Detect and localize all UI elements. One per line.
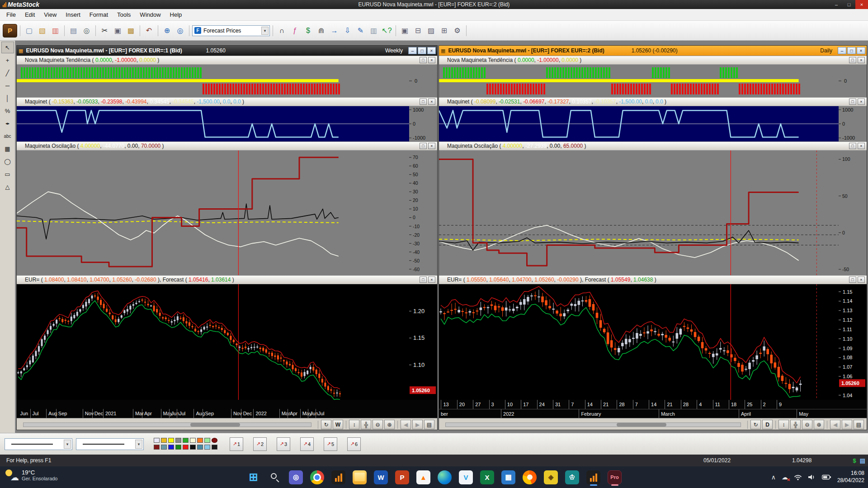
color-swatch[interactable] — [183, 445, 189, 450]
h-scrollbar[interactable] — [23, 422, 311, 427]
print-preview-icon[interactable]: ◎ — [80, 24, 93, 37]
color-swatch[interactable] — [168, 438, 174, 443]
wifi-icon[interactable] — [794, 474, 802, 480]
panel-restore-button[interactable]: □ — [420, 57, 427, 63]
ellipse-tool-icon[interactable]: ◯ — [1, 155, 14, 167]
color-swatch[interactable] — [197, 438, 203, 443]
downloader-icon[interactable] — [331, 468, 346, 486]
panel-close-button[interactable]: × — [858, 143, 865, 149]
panel-restore-button[interactable]: □ — [420, 277, 427, 283]
explorer-icon[interactable] — [352, 468, 368, 486]
color-swatch[interactable] — [168, 445, 174, 450]
scroll-left-button[interactable]: ◀ — [401, 420, 411, 429]
menu-tools[interactable]: Tools — [113, 10, 135, 19]
color-swatch[interactable] — [183, 438, 189, 443]
report-icon[interactable]: ▥ — [368, 24, 380, 37]
color-swatch[interactable] — [175, 438, 181, 443]
layout-template-button-5[interactable]: ↗5 — [324, 437, 337, 451]
panel-restore-button[interactable]: □ — [849, 277, 856, 283]
vlc-icon[interactable]: ▲ — [416, 468, 431, 486]
volume-icon[interactable] — [808, 474, 816, 480]
color-swatch[interactable] — [190, 438, 196, 443]
trendline-icon[interactable]: ╱ — [1, 67, 14, 79]
color-swatch[interactable] — [197, 445, 203, 450]
pointer-icon[interactable]: ↖ — [1, 42, 14, 53]
chess-icon[interactable]: ♔ — [565, 468, 580, 486]
data-window-button[interactable]: ▤ — [854, 420, 864, 429]
panel-restore-button[interactable]: □ — [849, 99, 856, 105]
chart-options-icon[interactable]: ⚙ — [451, 24, 463, 37]
panel-restore-button[interactable]: □ — [849, 143, 856, 149]
app-yellow-icon[interactable]: ◈ — [543, 468, 559, 486]
chrome-icon[interactable] — [310, 468, 325, 486]
zoom-in-button[interactable]: ⊕ — [384, 420, 395, 429]
context-help-icon[interactable]: ↖? — [381, 24, 393, 37]
text-tool-icon[interactable]: abc — [1, 130, 14, 142]
vscode-icon[interactable]: V — [458, 468, 474, 486]
menu-view[interactable]: View — [39, 10, 61, 19]
layout-template-button-6[interactable]: ↗6 — [347, 437, 361, 451]
app-close-button[interactable]: × — [855, 0, 868, 9]
word-icon[interactable]: W — [373, 468, 389, 486]
menu-file[interactable]: File — [2, 10, 20, 19]
panel-restore-button[interactable]: □ — [849, 57, 856, 63]
save-icon[interactable]: ▥ — [49, 24, 61, 37]
vertical-zoom-button[interactable]: ↕ — [349, 420, 359, 429]
tray-chevron-icon[interactable]: ∧ — [771, 474, 776, 481]
battery-icon[interactable] — [822, 474, 831, 480]
panel-close-button[interactable]: × — [428, 277, 435, 283]
layout-template-button-1[interactable]: ↗1 — [230, 437, 243, 451]
forecast-prices-select[interactable]: FForecast Prices▾ — [192, 25, 270, 36]
periodicity-button[interactable]: D — [762, 420, 773, 429]
vertical-line-icon[interactable]: │ — [1, 92, 14, 104]
color-swatch[interactable] — [175, 445, 181, 450]
app-maximize-button[interactable]: □ — [843, 0, 855, 9]
start-button[interactable]: ⊞ — [246, 468, 261, 486]
dollar-status-icon[interactable]: $ — [853, 457, 856, 464]
app-titlebar[interactable]: MetaStock EURUSD Nova Maquineta.mwl - [E… — [0, 0, 868, 9]
vertical-zoom-button[interactable]: ↕ — [778, 420, 789, 429]
menu-insert[interactable]: Insert — [61, 10, 85, 19]
menu-edit[interactable]: Edit — [20, 10, 39, 19]
panel-close-button[interactable]: × — [858, 57, 865, 63]
target-icon[interactable]: ⊕ — [161, 24, 173, 37]
panel-close-button[interactable]: × — [858, 99, 865, 105]
panel-close-button[interactable]: × — [428, 57, 435, 63]
paste-icon[interactable]: ▩ — [125, 24, 137, 37]
pro-icon[interactable]: Pro — [607, 468, 623, 486]
layout-template-button-3[interactable]: ↗3 — [277, 437, 290, 451]
panel-close-button[interactable]: × — [858, 277, 865, 283]
layout-template-button-4[interactable]: ↗4 — [300, 437, 314, 451]
download-icon[interactable]: ⇩ — [341, 24, 354, 37]
color-swatch[interactable] — [204, 438, 210, 443]
undo-icon[interactable]: ↶ — [143, 24, 155, 37]
line-style-select[interactable]: ▾ — [5, 438, 72, 450]
print-icon[interactable]: ▤ — [67, 24, 80, 37]
color-swatch[interactable] — [212, 438, 217, 443]
triangle-tool-icon[interactable]: △ — [1, 181, 14, 192]
system-tester-icon[interactable]: $ — [302, 24, 314, 37]
horizontal-line-icon[interactable]: ─ — [1, 80, 14, 91]
scroll-right-button[interactable]: ▶ — [412, 420, 423, 429]
powerpoint-icon[interactable]: P — [395, 468, 410, 486]
refresh-button[interactable]: ↻ — [321, 420, 331, 429]
window-titlebar[interactable]: ▦EURUSD Nova Maquineta.mwl - [EUR=] FORE… — [17, 46, 437, 56]
zoom-tool-icon[interactable]: ◎ — [174, 24, 186, 37]
window-minimize-button[interactable]: – — [408, 47, 417, 54]
cascade-windows-icon[interactable]: ▣ — [399, 24, 411, 37]
window-maximize-button[interactable]: □ — [418, 47, 426, 54]
menu-help[interactable]: Help — [165, 10, 187, 19]
window-titlebar[interactable]: ▦EURUSD Nova Maquineta.mwl - [EUR=] FORE… — [439, 46, 867, 56]
metastock-icon[interactable] — [586, 468, 601, 486]
scroll-left-button[interactable]: ◀ — [830, 420, 840, 429]
panel-restore-button[interactable]: □ — [420, 143, 427, 149]
scroll-arrows-icon[interactable]: ◂▸ — [1, 117, 14, 129]
scrollbar-thumb[interactable] — [617, 423, 666, 427]
line-weight-select[interactable]: ▾ — [76, 438, 144, 450]
color-swatch[interactable] — [161, 438, 167, 443]
data-window-button[interactable]: ▤ — [424, 420, 434, 429]
panel-close-button[interactable]: × — [428, 143, 435, 149]
layout-template-button-2[interactable]: ↗2 — [253, 437, 267, 451]
new-chart-icon[interactable]: ▢ — [23, 24, 35, 37]
color-swatch[interactable] — [154, 445, 160, 450]
